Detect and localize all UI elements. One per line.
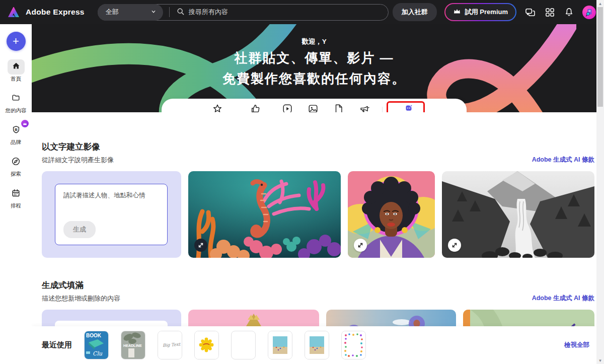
tab-photo[interactable]: 相片 [300,99,326,112]
main-content: 歡迎，Y 社群貼文、傳單、影片 — 免費製作您喜歡的任何內容。 為您推薦 社群媒… [32,24,596,364]
notifications-bell-icon[interactable] [563,6,575,18]
premium-crown-badge-icon [21,120,29,127]
section-subtitle: 從詳細文字說明產生影像 [42,156,114,165]
thumbs-up-icon [250,103,261,112]
hero-title-line1: 社群貼文、傳單、影片 — [32,49,596,67]
sidebar-item-schedule[interactable]: 排程 [0,186,32,209]
section-title: 以文字建立影像 [42,141,114,153]
sidebar-item-home[interactable]: 首頁 [0,59,32,83]
prompt-input[interactable]: 請試著描述人物、地點和心情 生成 [55,184,168,245]
recent-thumbnail-headline[interactable]: HEADLINE [121,331,145,359]
compass-icon [11,157,21,168]
svg-text:HEADLINE: HEADLINE [123,343,142,348]
sidebar-item-brand[interactable]: B 品牌 [0,123,32,146]
category-tab-bar: 為您推薦 社群媒體 影片 相片 文件 行銷 [162,99,467,112]
crown-icon [453,8,461,16]
global-search-bar: 全部 搜尋所有內容 [98,4,389,21]
tab-recommended[interactable]: 為您推薦 [198,99,237,112]
star-icon [212,103,223,112]
hero-title-line2: 免費製作您喜歡的任何內容。 [32,70,596,88]
adobe-express-logo-icon[interactable] [7,6,20,18]
recent-thumbnail-sun-sticker[interactable] [194,331,219,359]
svg-text:BOOK: BOOK [86,333,102,338]
apps-grid-icon[interactable] [544,7,556,18]
recent-thumbnail-script-text[interactable]: Big Text [158,331,182,359]
section-text-to-image: 以文字建立影像 從詳細文字說明產生影像 Adobe 生成式 AI 條款 請試著描… [32,112,596,258]
remix-expand-icon[interactable] [354,239,367,252]
recent-files-bar: 最近使用 BOOK Clu HEADLINE [32,326,596,364]
generate-button[interactable]: 生成 [63,221,96,238]
search-scope-dropdown[interactable]: 全部 [98,4,163,21]
example-image-landscape[interactable] [442,171,594,258]
generative-ai-icon [403,103,415,112]
generative-ai-terms-link[interactable]: Adobe 生成式 AI 條款 [532,294,594,303]
page-scrollbar[interactable]: ▲ ▼ [596,0,604,364]
photo-icon [308,103,319,112]
divider [169,7,170,17]
recent-label: 最近使用 [42,340,72,350]
svg-text:Clu: Clu [93,350,103,357]
tab-document[interactable]: 文件 [326,99,352,112]
search-placeholder: 搜尋所有內容 [189,8,228,17]
welcome-text: 歡迎，Y [32,37,596,46]
tab-video[interactable]: 影片 [275,99,300,112]
search-icon [176,7,185,17]
search-scope-value: 全部 [106,8,119,17]
tab-generative-ai[interactable]: 生成式 AI [387,99,430,112]
example-image-seahorse[interactable] [188,171,341,258]
recent-thumbnail-beach[interactable] [268,331,292,359]
divider [382,107,383,112]
scrollbar-down-arrow[interactable]: ▼ [596,357,604,364]
feedback-chat-icon[interactable] [524,7,537,18]
scrollbar-up-arrow[interactable]: ▲ [596,0,604,7]
recent-thumbnail-blank[interactable] [231,331,256,359]
remix-expand-icon[interactable] [448,239,461,252]
generative-ai-terms-link[interactable]: Adobe 生成式 AI 條款 [532,156,594,165]
play-icon [282,103,293,112]
try-premium-button[interactable]: 試用 Premium [444,3,516,21]
section-title: 生成式填滿 [42,280,120,291]
megaphone-icon [359,103,370,112]
brand-shield-icon: B [12,125,21,136]
remix-expand-icon[interactable] [194,239,207,252]
tab-marketing[interactable]: 行銷 [352,99,378,112]
document-icon [333,103,344,112]
join-community-button[interactable]: 加入社群 [393,3,437,21]
recent-thumbnail-confetti-frame[interactable] [341,331,366,359]
sidebar-item-your-content[interactable]: 您的內容 [0,91,32,114]
folder-icon [11,93,21,104]
view-all-link[interactable]: 檢視全部 [564,341,589,349]
hero-banner: 歡迎，Y 社群貼文、傳單、影片 — 免費製作您喜歡的任何內容。 為您推薦 社群媒… [32,24,596,112]
recent-thumbnail-beach[interactable] [305,331,329,359]
svg-text:B: B [15,127,18,131]
create-new-button[interactable]: + [7,32,26,51]
top-bar: Adobe Express 全部 搜尋所有內容 加入社群 試用 Premium [0,0,604,24]
app-title: Adobe Express [26,8,85,17]
recent-thumbnail-book-club[interactable]: BOOK Clu [84,331,109,359]
chevron-down-icon [150,8,157,17]
account-avatar[interactable] [582,6,596,19]
left-sidebar: + 首頁 您的內容 B 品牌 探索 排程 [0,24,32,364]
text-to-image-prompt-card: 請試著描述人物、地點和心情 生成 [42,171,181,258]
search-input[interactable]: 搜尋所有內容 [176,7,388,17]
example-image-portrait[interactable] [348,171,435,258]
sidebar-item-explore[interactable]: 探索 [0,155,32,178]
scrollbar-thumb[interactable] [597,7,603,107]
tab-social-media[interactable]: 社群媒體 [237,99,275,112]
home-icon [12,61,21,72]
section-subtitle: 描述您想新增或刪除的內容 [42,294,120,303]
calendar-icon [11,188,21,200]
